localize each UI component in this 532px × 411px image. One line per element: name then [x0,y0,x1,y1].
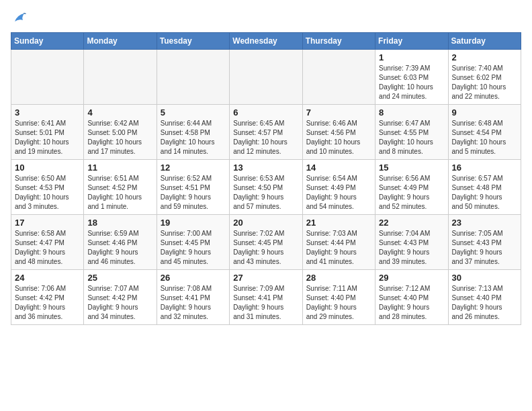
weekday-header-wednesday: Wednesday [230,33,302,50]
calendar-day-cell: 13Sunrise: 6:53 AM Sunset: 4:50 PM Dayli… [230,160,302,215]
day-number: 15 [379,163,444,173]
day-number: 25 [87,273,152,283]
day-number: 7 [306,107,371,118]
weekday-header-friday: Friday [375,33,448,50]
calendar-day-cell: 3Sunrise: 6:41 AM Sunset: 5:01 PM Daylig… [11,105,84,160]
day-info: Sunrise: 6:52 AM Sunset: 4:51 PM Dayligh… [161,174,226,212]
calendar-day-cell: 1Sunrise: 7:39 AM Sunset: 6:03 PM Daylig… [375,50,448,105]
day-info: Sunrise: 6:59 AM Sunset: 4:46 PM Dayligh… [87,229,152,267]
calendar-day-cell: 24Sunrise: 7:06 AM Sunset: 4:42 PM Dayli… [11,270,84,325]
day-number: 1 [379,52,444,62]
day-number: 12 [161,163,226,173]
calendar-day-cell: 22Sunrise: 7:04 AM Sunset: 4:43 PM Dayli… [375,215,448,270]
day-info: Sunrise: 6:51 AM Sunset: 4:52 PM Dayligh… [87,174,152,212]
day-number: 29 [379,273,444,283]
calendar-day-cell: 30Sunrise: 7:13 AM Sunset: 4:40 PM Dayli… [448,270,521,325]
day-info: Sunrise: 7:02 AM Sunset: 4:45 PM Dayligh… [233,229,298,267]
day-info: Sunrise: 7:07 AM Sunset: 4:42 PM Dayligh… [87,284,152,322]
day-number: 9 [452,107,517,118]
day-info: Sunrise: 6:46 AM Sunset: 4:56 PM Dayligh… [306,119,371,156]
day-number: 11 [87,163,152,173]
weekday-header-sunday: Sunday [11,33,84,50]
day-info: Sunrise: 6:56 AM Sunset: 4:49 PM Dayligh… [379,174,444,212]
day-number: 6 [233,107,298,118]
day-info: Sunrise: 7:09 AM Sunset: 4:41 PM Dayligh… [233,284,298,322]
day-info: Sunrise: 6:50 AM Sunset: 4:53 PM Dayligh… [15,174,80,212]
day-number: 23 [452,218,517,228]
calendar-day-cell: 11Sunrise: 6:51 AM Sunset: 4:52 PM Dayli… [84,160,157,215]
day-info: Sunrise: 6:53 AM Sunset: 4:50 PM Dayligh… [233,174,298,212]
day-number: 26 [161,273,226,283]
calendar-day-cell: 15Sunrise: 6:56 AM Sunset: 4:49 PM Dayli… [375,160,448,215]
day-number: 28 [306,273,371,283]
page-header [11,11,521,28]
day-info: Sunrise: 7:13 AM Sunset: 4:40 PM Dayligh… [452,284,517,322]
day-number: 3 [15,107,80,118]
calendar-day-cell: 5Sunrise: 6:44 AM Sunset: 4:58 PM Daylig… [157,105,229,160]
calendar-day-cell: 16Sunrise: 6:57 AM Sunset: 4:48 PM Dayli… [448,160,521,215]
calendar-day-cell [157,50,229,105]
logo-bird-icon [12,11,27,28]
calendar-day-cell: 17Sunrise: 6:58 AM Sunset: 4:47 PM Dayli… [11,215,84,270]
day-number: 2 [452,52,517,62]
day-info: Sunrise: 6:47 AM Sunset: 4:55 PM Dayligh… [379,119,444,156]
day-number: 20 [233,218,298,228]
weekday-header-tuesday: Tuesday [157,33,229,50]
calendar-day-cell: 7Sunrise: 6:46 AM Sunset: 4:56 PM Daylig… [302,105,375,160]
day-info: Sunrise: 6:45 AM Sunset: 4:57 PM Dayligh… [233,119,298,156]
calendar-day-cell: 29Sunrise: 7:12 AM Sunset: 4:40 PM Dayli… [375,270,448,325]
logo [11,11,27,28]
calendar-day-cell: 19Sunrise: 7:00 AM Sunset: 4:45 PM Dayli… [157,215,229,270]
day-info: Sunrise: 6:58 AM Sunset: 4:47 PM Dayligh… [15,229,80,267]
calendar-day-cell: 26Sunrise: 7:08 AM Sunset: 4:41 PM Dayli… [157,270,229,325]
weekday-header-thursday: Thursday [302,33,375,50]
day-number: 16 [452,163,517,173]
calendar-day-cell: 6Sunrise: 6:45 AM Sunset: 4:57 PM Daylig… [230,105,302,160]
day-info: Sunrise: 6:54 AM Sunset: 4:49 PM Dayligh… [306,174,371,212]
day-info: Sunrise: 7:03 AM Sunset: 4:44 PM Dayligh… [306,229,371,267]
weekday-header-monday: Monday [84,33,157,50]
calendar-day-cell: 28Sunrise: 7:11 AM Sunset: 4:40 PM Dayli… [302,270,375,325]
day-info: Sunrise: 7:06 AM Sunset: 4:42 PM Dayligh… [15,284,80,322]
calendar-day-cell: 4Sunrise: 6:42 AM Sunset: 5:00 PM Daylig… [84,105,157,160]
day-info: Sunrise: 6:42 AM Sunset: 5:00 PM Dayligh… [87,119,152,156]
weekday-header-saturday: Saturday [448,33,521,50]
day-number: 17 [15,218,80,228]
calendar-day-cell: 14Sunrise: 6:54 AM Sunset: 4:49 PM Dayli… [302,160,375,215]
calendar-day-cell: 23Sunrise: 7:05 AM Sunset: 4:43 PM Dayli… [448,215,521,270]
calendar-day-cell: 18Sunrise: 6:59 AM Sunset: 4:46 PM Dayli… [84,215,157,270]
calendar-day-cell [11,50,84,105]
day-number: 21 [306,218,371,228]
calendar-week-row: 24Sunrise: 7:06 AM Sunset: 4:42 PM Dayli… [11,270,521,325]
day-info: Sunrise: 7:05 AM Sunset: 4:43 PM Dayligh… [452,229,517,267]
calendar-day-cell: 10Sunrise: 6:50 AM Sunset: 4:53 PM Dayli… [11,160,84,215]
calendar-day-cell: 27Sunrise: 7:09 AM Sunset: 4:41 PM Dayli… [230,270,302,325]
day-number: 10 [15,163,80,173]
day-number: 24 [15,273,80,283]
day-number: 27 [233,273,298,283]
calendar-week-row: 17Sunrise: 6:58 AM Sunset: 4:47 PM Dayli… [11,215,521,270]
calendar-week-row: 1Sunrise: 7:39 AM Sunset: 6:03 PM Daylig… [11,50,521,105]
calendar-day-cell: 9Sunrise: 6:48 AM Sunset: 4:54 PM Daylig… [448,105,521,160]
calendar-day-cell: 25Sunrise: 7:07 AM Sunset: 4:42 PM Dayli… [84,270,157,325]
day-number: 22 [379,218,444,228]
day-info: Sunrise: 6:48 AM Sunset: 4:54 PM Dayligh… [452,119,517,156]
day-info: Sunrise: 6:44 AM Sunset: 4:58 PM Dayligh… [161,119,226,156]
day-info: Sunrise: 7:12 AM Sunset: 4:40 PM Dayligh… [379,284,444,322]
calendar-day-cell [302,50,375,105]
day-info: Sunrise: 6:41 AM Sunset: 5:01 PM Dayligh… [15,119,80,156]
day-info: Sunrise: 7:11 AM Sunset: 4:40 PM Dayligh… [306,284,371,322]
calendar-week-row: 3Sunrise: 6:41 AM Sunset: 5:01 PM Daylig… [11,105,521,160]
day-info: Sunrise: 7:08 AM Sunset: 4:41 PM Dayligh… [161,284,226,322]
day-number: 5 [161,107,226,118]
calendar-table: SundayMondayTuesdayWednesdayThursdayFrid… [11,32,521,325]
calendar-week-row: 10Sunrise: 6:50 AM Sunset: 4:53 PM Dayli… [11,160,521,215]
calendar-day-cell: 12Sunrise: 6:52 AM Sunset: 4:51 PM Dayli… [157,160,229,215]
day-info: Sunrise: 6:57 AM Sunset: 4:48 PM Dayligh… [452,174,517,212]
day-info: Sunrise: 7:04 AM Sunset: 4:43 PM Dayligh… [379,229,444,267]
day-number: 14 [306,163,371,173]
day-number: 19 [161,218,226,228]
day-number: 30 [452,273,517,283]
calendar-day-cell [84,50,157,105]
day-number: 18 [87,218,152,228]
